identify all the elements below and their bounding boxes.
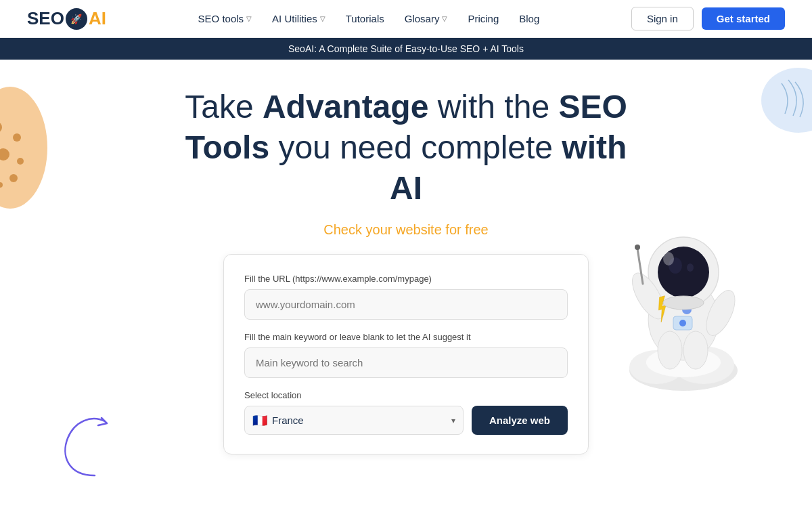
logo-ai-text: AI	[89, 8, 106, 29]
chevron-down-icon: ▽	[246, 15, 252, 22]
location-row: 🇫🇷 France United States United Kingdom G…	[244, 406, 568, 435]
nav-item-seo-tools[interactable]: SEO tools ▽	[198, 13, 252, 24]
nav-item-ai-utilities[interactable]: AI Utilities ▽	[272, 13, 325, 24]
url-input[interactable]	[244, 289, 568, 320]
nav-item-tutorials[interactable]: Tutorials	[346, 13, 384, 24]
announcement-text: SeoAI: A Complete Suite of Easy-to-Use S…	[288, 43, 524, 54]
logo-seo-text: SEO	[27, 8, 64, 29]
get-started-button[interactable]: Get started	[702, 7, 785, 30]
hero-bold-advantage: Advantage	[263, 89, 428, 125]
nav-actions: Sign in Get started	[631, 7, 785, 30]
hero-section: Take Advantage with the SEO Tools you ne…	[0, 60, 812, 454]
main-content: Take Advantage with the SEO Tools you ne…	[0, 60, 812, 505]
announcement-bar: SeoAI: A Complete Suite of Easy-to-Use S…	[0, 38, 812, 60]
keyword-label: Fill the main keyword or leave blank to …	[244, 332, 568, 342]
url-label: Fill the URL (https://www.example.com/my…	[244, 274, 568, 284]
chevron-down-icon: ▽	[320, 15, 325, 22]
keyword-input[interactable]	[244, 347, 568, 378]
location-select[interactable]: France United States United Kingdom Germ…	[244, 406, 464, 435]
hero-title: Take Advantage with the SEO Tools you ne…	[169, 87, 643, 209]
nav-item-glossary[interactable]: Glosary ▽	[405, 13, 448, 24]
hero-subtitle: Check your website for free	[323, 222, 488, 238]
location-select-wrapper: 🇫🇷 France United States United Kingdom G…	[244, 406, 464, 435]
analyze-web-button[interactable]: Analyze web	[472, 406, 568, 435]
location-label: Select location	[244, 390, 568, 400]
sign-in-button[interactable]: Sign in	[631, 7, 694, 30]
nav-item-blog[interactable]: Blog	[519, 13, 539, 24]
logo-icon: 🚀	[66, 8, 87, 30]
main-nav: SEO 🚀 AI SEO tools ▽ AI Utilities ▽ Tuto…	[0, 0, 812, 38]
logo[interactable]: SEO 🚀 AI	[27, 8, 106, 30]
nav-item-pricing[interactable]: Pricing	[468, 13, 499, 24]
chevron-down-icon: ▽	[442, 15, 447, 22]
nav-links: SEO tools ▽ AI Utilities ▽ Tutorials Glo…	[198, 13, 540, 24]
analysis-form-card: Fill the URL (https://www.example.com/my…	[223, 254, 589, 454]
